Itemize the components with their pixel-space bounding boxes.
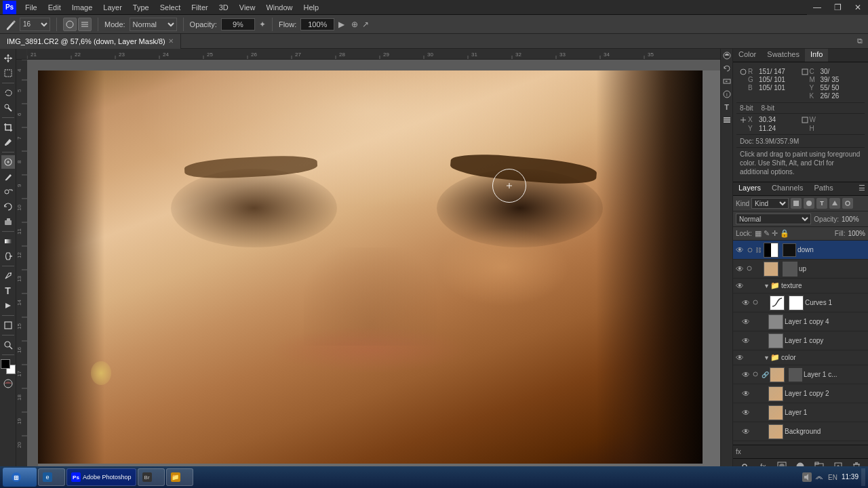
airbrush-icon[interactable]: ✦ xyxy=(259,20,266,29)
filter-type-icon[interactable]: T xyxy=(816,198,827,209)
text-tool[interactable]: T xyxy=(1,284,15,298)
menu-window[interactable]: Window xyxy=(261,2,297,13)
pen-tool[interactable] xyxy=(1,269,15,283)
type-panel-icon[interactable]: T xyxy=(722,102,732,113)
menu-view[interactable]: View xyxy=(235,2,260,13)
filter-kind-select[interactable]: Kind xyxy=(751,198,789,209)
maximize-button[interactable]: ❐ xyxy=(827,0,848,15)
actions-panel-icon[interactable] xyxy=(722,76,732,87)
layer-visibility-toggle[interactable]: 👁 xyxy=(735,281,745,291)
blend-mode-select[interactable]: Normal xyxy=(736,214,811,224)
flow-options-icon[interactable]: ▶ xyxy=(338,20,344,29)
lock-paint-icon[interactable]: ✎ xyxy=(764,229,770,238)
layer-row[interactable]: 👁 Layer 1 copy 4 xyxy=(733,312,868,331)
layer-visibility-toggle[interactable]: 👁 xyxy=(741,427,751,436)
tab-info[interactable]: Info xyxy=(805,49,828,62)
brush-size-input[interactable]: 16 xyxy=(20,18,50,31)
lasso-tool[interactable] xyxy=(1,86,15,100)
opacity-input[interactable] xyxy=(221,18,255,30)
document-tab-close[interactable]: ✕ xyxy=(168,37,174,45)
layer-visibility-toggle[interactable]: 👁 xyxy=(741,408,751,418)
history-panel-icon[interactable] xyxy=(722,63,732,74)
color-swatch-area[interactable] xyxy=(1,359,16,374)
layer-row[interactable]: 👁 Layer 1 xyxy=(733,403,868,422)
fx-button[interactable]: fx xyxy=(736,448,741,455)
eyedropper-tool[interactable] xyxy=(1,136,15,149)
speaker-icon[interactable] xyxy=(802,472,812,482)
layer-row[interactable]: 👁 Background xyxy=(733,422,868,441)
mode-select[interactable]: Normal xyxy=(130,18,177,31)
eraser-tool[interactable] xyxy=(1,215,15,228)
color-panel-icon[interactable] xyxy=(722,50,732,61)
move-tool[interactable] xyxy=(1,52,15,65)
dodge-tool[interactable] xyxy=(1,249,15,263)
lock-position-icon[interactable]: ✛ xyxy=(772,229,778,238)
ps-taskbar-item[interactable]: Ps Adobe Photoshop xyxy=(66,468,136,486)
tab-layers[interactable]: Layers xyxy=(733,182,766,195)
clock[interactable]: 11:39 xyxy=(842,473,859,481)
quick-select-tool[interactable] xyxy=(1,101,15,115)
network-icon[interactable] xyxy=(814,472,824,482)
tab-swatches[interactable]: Swatches xyxy=(762,49,805,62)
minimize-button[interactable]: — xyxy=(807,0,827,15)
ie-taskbar-item[interactable]: e xyxy=(38,468,65,486)
bridge-taskbar-item[interactable]: Br xyxy=(138,468,165,486)
start-button[interactable]: ⊞ xyxy=(3,468,37,487)
tab-paths[interactable]: Paths xyxy=(809,182,839,195)
menu-file[interactable]: File xyxy=(20,2,42,13)
brush-angle-icon[interactable]: ↗ xyxy=(362,20,369,29)
lock-all-icon[interactable]: 🔒 xyxy=(780,229,789,238)
filter-adjustment-icon[interactable] xyxy=(804,198,814,209)
group-collapse-icon[interactable]: ▼ xyxy=(764,354,769,361)
quick-mask-tool[interactable] xyxy=(1,377,15,390)
layer-visibility-toggle[interactable]: 👁 xyxy=(741,370,751,380)
gradient-tool[interactable] xyxy=(1,235,15,248)
brush-preset-icon[interactable] xyxy=(63,18,77,31)
clone-stamp-tool[interactable] xyxy=(1,185,15,199)
layer-row[interactable]: 👁 up xyxy=(733,260,868,279)
group-collapse-icon[interactable]: ▼ xyxy=(764,283,769,289)
layer-chain-icon[interactable]: ⛓ xyxy=(755,247,762,253)
layer-row[interactable]: 👁 Layer 1 copy xyxy=(733,331,868,350)
layer-visibility-toggle[interactable]: 👁 xyxy=(741,298,751,308)
marquee-tool[interactable] xyxy=(1,66,15,80)
layer-row[interactable]: 👁 Curves 1 xyxy=(733,293,868,312)
lock-transparent-icon[interactable]: ▦ xyxy=(755,229,762,238)
layer-visibility-toggle[interactable]: 👁 xyxy=(741,389,751,399)
layers-panel-icon[interactable] xyxy=(722,115,732,125)
brush-tool[interactable] xyxy=(1,170,15,184)
arrange-docs-icon[interactable]: ⧉ xyxy=(857,37,863,45)
layer-visibility-toggle[interactable]: 👁 xyxy=(735,264,745,274)
healing-tool[interactable] xyxy=(1,155,15,169)
photo-canvas[interactable] xyxy=(38,70,720,473)
menu-help[interactable]: Help xyxy=(299,2,324,13)
layer-group-row[interactable]: 👁 ▼ 📁 texture xyxy=(733,279,868,293)
show-desktop-button[interactable] xyxy=(861,468,865,486)
menu-image[interactable]: Image xyxy=(67,2,98,13)
menu-edit[interactable]: Edit xyxy=(43,2,66,13)
brush-options-icon[interactable] xyxy=(78,18,92,31)
flow-input[interactable] xyxy=(300,18,334,30)
shape-tool[interactable] xyxy=(1,319,15,332)
layer-visibility-toggle[interactable]: 👁 xyxy=(735,353,745,363)
filter-pixel-icon[interactable] xyxy=(791,198,802,209)
document-tab[interactable]: IMG_3891.CR2 @ 57,6% (down, Layer Mask/8… xyxy=(0,34,181,49)
filter-smart-icon[interactable] xyxy=(842,198,853,209)
menu-type[interactable]: Type xyxy=(128,2,154,13)
file-explorer-taskbar-item[interactable]: 📁 xyxy=(166,468,193,486)
tab-color[interactable]: Color xyxy=(733,49,762,62)
menu-filter[interactable]: Filter xyxy=(186,2,212,13)
layer-row[interactable]: 👁 🔗 Layer 1 c... xyxy=(733,365,868,384)
tablet-pressure-icon[interactable]: ⊕ xyxy=(351,20,358,29)
layer-group-row[interactable]: 👁 ▼ 📁 color xyxy=(733,350,868,365)
layer-visibility-toggle[interactable]: 👁 xyxy=(735,245,745,255)
history-brush-tool[interactable] xyxy=(1,200,15,214)
layer-row[interactable]: 👁 ⛓ down xyxy=(733,241,868,260)
menu-layer[interactable]: Layer xyxy=(98,2,127,13)
menu-3d[interactable]: 3D xyxy=(214,2,233,13)
zoom-tool[interactable] xyxy=(1,338,15,352)
tab-channels[interactable]: Channels xyxy=(766,182,808,195)
layer-visibility-toggle[interactable]: 👁 xyxy=(741,336,751,346)
path-select-tool[interactable] xyxy=(1,299,15,312)
close-button[interactable]: ✕ xyxy=(848,0,868,15)
